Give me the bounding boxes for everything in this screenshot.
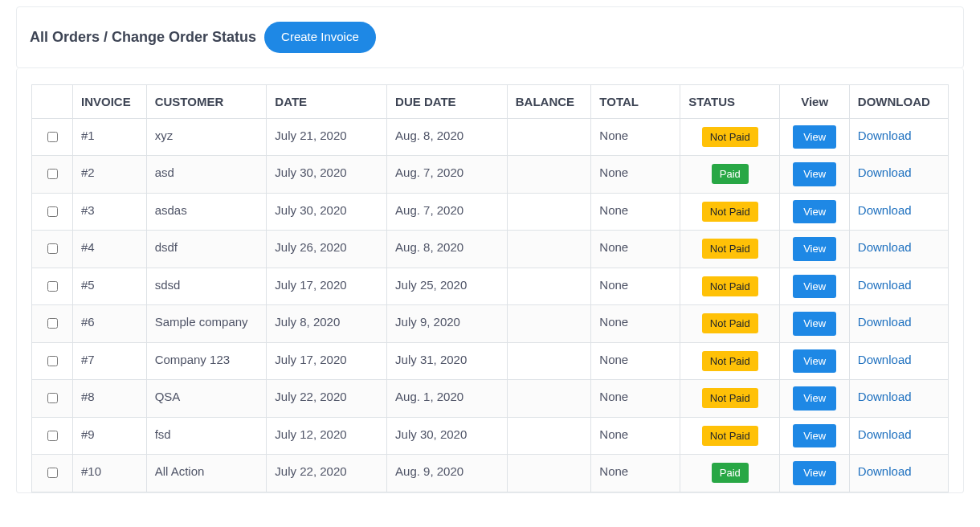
- view-button[interactable]: View: [793, 386, 836, 411]
- cell-customer: asdas: [146, 193, 267, 231]
- cell-balance: [507, 231, 591, 268]
- cell-due-date: Aug. 8, 2020: [387, 231, 508, 268]
- status-badge[interactable]: Not Paid: [702, 276, 758, 296]
- status-badge[interactable]: Not Paid: [702, 127, 758, 147]
- table-row: #2asdJuly 30, 2020Aug. 7, 2020NonePaidVi…: [32, 156, 949, 194]
- table-row: #5sdsdJuly 17, 2020July 25, 2020NoneNot …: [32, 268, 949, 305]
- page-title: All Orders / Change Order Status: [30, 29, 256, 46]
- view-button[interactable]: View: [793, 237, 836, 261]
- table-header-row: INVOICE CUSTOMER DATE DUE DATE BALANCE T…: [32, 84, 949, 118]
- view-button[interactable]: View: [793, 162, 836, 186]
- status-badge[interactable]: Not Paid: [702, 202, 758, 222]
- view-button[interactable]: View: [793, 125, 836, 149]
- table-row: #7Company 123July 17, 2020July 31, 2020N…: [32, 342, 949, 380]
- cell-date: July 26, 2020: [267, 231, 387, 268]
- cell-invoice: #5: [73, 268, 147, 305]
- cell-invoice: #10: [73, 455, 147, 492]
- orders-card: All Orders / Change Order Status Create …: [16, 6, 964, 68]
- cell-customer: Sample company: [146, 305, 267, 343]
- header-status: STATUS: [680, 84, 780, 118]
- status-badge[interactable]: Paid: [712, 164, 749, 184]
- cell-date: July 22, 2020: [267, 380, 387, 418]
- download-link[interactable]: Download: [858, 203, 912, 217]
- cell-customer: fsd: [146, 417, 267, 455]
- cell-balance: [507, 342, 591, 380]
- table-row: #8QSAJuly 22, 2020Aug. 1, 2020NoneNot Pa…: [32, 380, 949, 418]
- download-link[interactable]: Download: [858, 278, 912, 292]
- cell-balance: [507, 380, 591, 418]
- orders-table: INVOICE CUSTOMER DATE DUE DATE BALANCE T…: [31, 84, 949, 492]
- cell-total: None: [591, 156, 680, 194]
- cell-due-date: Aug. 8, 2020: [387, 118, 508, 156]
- cell-invoice: #1: [73, 118, 147, 156]
- status-badge[interactable]: Not Paid: [702, 351, 758, 371]
- cell-total: None: [591, 268, 680, 305]
- cell-date: July 17, 2020: [267, 342, 387, 380]
- cell-due-date: Aug. 9, 2020: [387, 455, 508, 492]
- cell-total: None: [591, 342, 680, 380]
- cell-balance: [507, 156, 591, 194]
- cell-customer: QSA: [146, 380, 267, 418]
- status-badge[interactable]: Not Paid: [702, 239, 758, 259]
- row-checkbox[interactable]: [47, 393, 58, 403]
- view-button[interactable]: View: [793, 275, 836, 299]
- cell-total: None: [591, 417, 680, 455]
- cell-invoice: #7: [73, 342, 147, 380]
- download-link[interactable]: Download: [858, 427, 912, 441]
- cell-balance: [507, 268, 591, 305]
- cell-invoice: #4: [73, 231, 147, 268]
- download-link[interactable]: Download: [858, 165, 912, 179]
- header-invoice: INVOICE: [73, 84, 147, 118]
- cell-date: July 8, 2020: [267, 305, 387, 343]
- view-button[interactable]: View: [793, 312, 836, 336]
- row-checkbox[interactable]: [47, 132, 58, 142]
- view-button[interactable]: View: [793, 200, 836, 224]
- table-row: #9fsdJuly 12, 2020July 30, 2020NoneNot P…: [32, 417, 949, 455]
- cell-total: None: [591, 118, 680, 156]
- cell-invoice: #6: [73, 305, 147, 343]
- row-checkbox[interactable]: [47, 243, 58, 254]
- header-total: TOTAL: [591, 84, 680, 118]
- cell-due-date: July 9, 2020: [387, 305, 508, 343]
- download-link[interactable]: Download: [858, 315, 912, 329]
- cell-balance: [507, 417, 591, 455]
- cell-due-date: July 31, 2020: [387, 342, 508, 380]
- cell-balance: [507, 305, 591, 343]
- row-checkbox[interactable]: [47, 431, 58, 441]
- cell-date: July 21, 2020: [267, 118, 387, 156]
- row-checkbox[interactable]: [47, 318, 58, 329]
- row-checkbox[interactable]: [47, 356, 58, 366]
- download-link[interactable]: Download: [858, 353, 912, 366]
- status-badge[interactable]: Paid: [712, 463, 749, 483]
- cell-date: July 30, 2020: [267, 156, 387, 194]
- header-date: DATE: [267, 84, 387, 118]
- download-link[interactable]: Download: [858, 390, 912, 403]
- table-row: #6Sample companyJuly 8, 2020July 9, 2020…: [32, 305, 949, 343]
- view-button[interactable]: View: [793, 349, 836, 374]
- download-link[interactable]: Download: [858, 464, 912, 478]
- cell-due-date: Aug. 7, 2020: [387, 156, 508, 194]
- cell-total: None: [591, 231, 680, 268]
- download-link[interactable]: Download: [858, 129, 912, 142]
- cell-invoice: #3: [73, 193, 147, 231]
- cell-due-date: Aug. 1, 2020: [387, 380, 508, 418]
- status-badge[interactable]: Not Paid: [702, 313, 758, 333]
- table-row: #1xyzJuly 21, 2020Aug. 8, 2020NoneNot Pa…: [32, 118, 949, 156]
- cell-date: July 17, 2020: [267, 268, 387, 305]
- view-button[interactable]: View: [793, 424, 836, 448]
- status-badge[interactable]: Not Paid: [702, 388, 758, 408]
- cell-balance: [507, 118, 591, 156]
- row-checkbox[interactable]: [47, 206, 58, 217]
- create-invoice-button[interactable]: Create Invoice: [264, 22, 376, 53]
- card-header: All Orders / Change Order Status Create …: [17, 7, 963, 67]
- cell-balance: [507, 193, 591, 231]
- row-checkbox[interactable]: [47, 169, 58, 179]
- view-button[interactable]: View: [793, 461, 836, 485]
- row-checkbox[interactable]: [47, 281, 58, 292]
- cell-total: None: [591, 455, 680, 492]
- row-checkbox[interactable]: [47, 468, 58, 478]
- cell-total: None: [591, 380, 680, 418]
- cell-invoice: #9: [73, 417, 147, 455]
- download-link[interactable]: Download: [858, 240, 912, 254]
- status-badge[interactable]: Not Paid: [702, 426, 758, 446]
